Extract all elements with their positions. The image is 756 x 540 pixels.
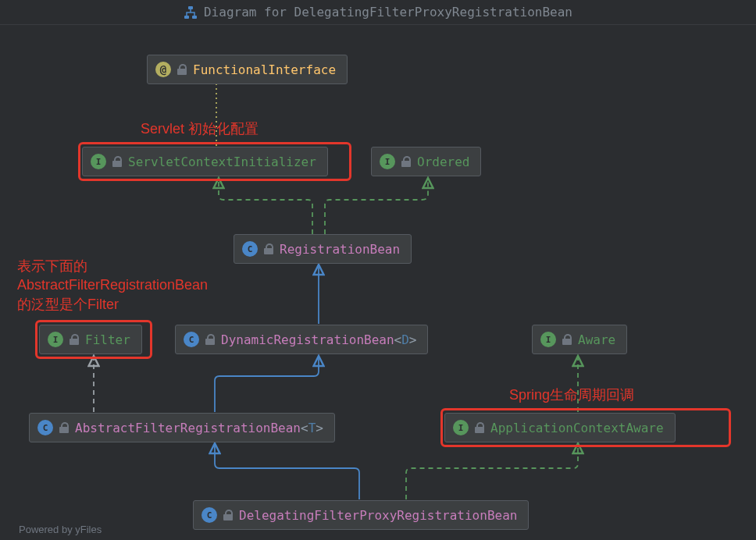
node-ordered[interactable]: I Ordered <box>371 147 481 176</box>
lock-icon <box>70 334 79 345</box>
node-filter[interactable]: I Filter <box>39 325 142 354</box>
class-icon: C <box>242 241 258 257</box>
footer-credit: Powered by yFiles <box>19 524 102 535</box>
annotation-spring-callback: Spring生命周期回调 <box>509 385 634 404</box>
annotation-filter-generic: 表示下面的 AbstractFilterRegistrationBean 的泛型… <box>17 257 208 314</box>
interface-icon: I <box>380 154 395 169</box>
node-label: DynamicRegistrationBean<D> <box>221 332 416 347</box>
node-label: AbstractFilterRegistrationBean<T> <box>75 421 323 435</box>
node-functional-interface[interactable]: @ FunctionalInterface <box>147 55 348 84</box>
node-label: Aware <box>578 332 615 347</box>
node-label: FunctionalInterface <box>193 62 336 77</box>
node-aware[interactable]: I Aware <box>532 325 627 354</box>
node-delegating-filter-proxy-registration-bean[interactable]: C DelegatingFilterProxyRegistrationBean <box>193 500 529 530</box>
node-servlet-context-initializer[interactable]: I ServletContextInitializer <box>82 147 328 176</box>
node-label: RegistrationBean <box>280 242 400 257</box>
node-abstract-filter-registration-bean[interactable]: C AbstractFilterRegistrationBean<T> <box>29 413 335 442</box>
node-application-context-aware[interactable]: I ApplicationContextAware <box>444 413 676 442</box>
diagram-icon <box>184 5 198 20</box>
class-icon: C <box>184 332 199 347</box>
node-label: ApplicationContextAware <box>490 421 664 435</box>
diagram-canvas[interactable]: ServletContextInitializer (dashed green)… <box>0 25 756 540</box>
class-icon: C <box>201 507 217 523</box>
lock-icon <box>562 334 572 345</box>
diagram-title: Diagram for DelegatingFilterProxyRegistr… <box>204 5 572 20</box>
svg-rect-2 <box>192 16 197 19</box>
node-label: Filter <box>85 332 130 347</box>
lock-icon <box>112 156 122 167</box>
lock-icon <box>264 243 273 254</box>
svg-rect-1 <box>184 16 189 19</box>
lock-icon <box>475 422 484 433</box>
svg-rect-0 <box>188 6 193 9</box>
lock-icon <box>205 334 215 345</box>
interface-icon: I <box>48 332 63 347</box>
node-label: ServletContextInitializer <box>128 155 316 169</box>
interface-icon: I <box>91 154 106 169</box>
node-label: DelegatingFilterProxyRegistrationBean <box>239 508 517 523</box>
lock-icon <box>223 510 233 520</box>
annotation-servlet: Servlet 初始化配置 <box>141 119 259 138</box>
lock-icon <box>401 156 411 167</box>
class-icon: C <box>37 420 53 435</box>
interface-icon: I <box>453 420 469 435</box>
lock-icon <box>59 422 69 433</box>
lock-icon <box>177 64 187 75</box>
interface-icon: I <box>540 332 556 347</box>
annotation-icon: @ <box>155 62 171 77</box>
node-label: Ordered <box>417 155 469 169</box>
diagram-titlebar: Diagram for DelegatingFilterProxyRegistr… <box>0 0 756 25</box>
node-dynamic-registration-bean[interactable]: C DynamicRegistrationBean<D> <box>175 325 428 354</box>
node-registration-bean[interactable]: C RegistrationBean <box>234 234 412 264</box>
